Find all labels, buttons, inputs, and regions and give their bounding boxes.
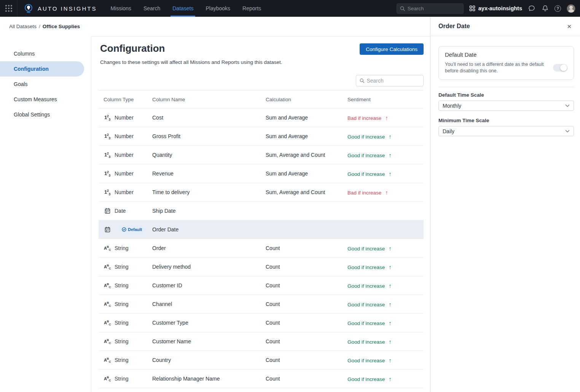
table-row[interactable]: ABCStringCustomer TypeCountGood if incre… (99, 314, 424, 332)
column-type-cell: Default (104, 226, 152, 233)
sentiment-value: Good if increase↑ (347, 245, 424, 252)
column-type-label: String (115, 301, 129, 307)
table-row[interactable]: ABCStringCustomer IDCountGood if increas… (99, 276, 424, 295)
column-type-cell: Date (104, 208, 152, 214)
nav-item-search[interactable]: Search (142, 0, 162, 17)
order-date-panel: Order Date ✕ Default Date You'll need to… (430, 17, 580, 392)
calculation-value: Sum and Average (266, 115, 347, 121)
column-type-cell: 123Number (104, 189, 152, 196)
arrow-up-icon: ↑ (385, 115, 388, 121)
sentiment-label: Good if increase (347, 134, 385, 140)
column-type-label: String (115, 376, 129, 382)
table-row[interactable]: ABCStringCountryCountGood if increase↑ (99, 351, 424, 370)
global-search-input[interactable] (408, 6, 460, 11)
default-time-scale-select[interactable]: Monthly (438, 100, 574, 111)
nav-item-reports[interactable]: Reports (241, 0, 263, 17)
sentiment-value: Good if increase↑ (347, 376, 424, 382)
close-icon[interactable]: ✕ (567, 24, 572, 29)
column-name: Revenue (152, 171, 266, 177)
table-search[interactable] (356, 75, 424, 86)
column-type-label: String (115, 357, 129, 363)
column-type-cell: ABCString (104, 245, 152, 252)
chevron-down-icon (565, 130, 570, 133)
sidebar-item-custom-measures[interactable]: Custom Measures (0, 92, 84, 107)
column-type-label: String (115, 320, 129, 326)
calculation-value: Sum and Average (266, 171, 347, 177)
notifications-bell-icon[interactable] (541, 5, 549, 12)
sentiment-value: Good if increase↑ (347, 264, 424, 270)
sidebar-item-goals[interactable]: Goals (0, 76, 84, 92)
string-type-icon: ABC (104, 338, 111, 345)
minimum-time-scale-select[interactable]: Daily (438, 126, 574, 136)
table-search-input[interactable] (366, 78, 420, 84)
table-row[interactable]: ABCStringDelivery methodCountGood if inc… (99, 258, 424, 276)
sentiment-label: Good if increase (347, 283, 385, 289)
arrow-up-icon: ↑ (389, 376, 392, 382)
user-avatar[interactable] (567, 4, 575, 13)
column-type-label: String (115, 282, 129, 288)
column-name: Ship Date (152, 208, 266, 214)
table-row[interactable]: 123NumberTime to deliverySum, Average an… (99, 183, 424, 202)
column-name: Customer Type (152, 320, 266, 326)
table-row[interactable]: 123NumberQuantitySum, Average and CountG… (99, 146, 424, 164)
primary-nav: MissionsSearchDatasetsPlaybooksReports (104, 0, 267, 17)
sidebar-item-configuration[interactable]: Configuration (0, 61, 84, 76)
chevron-down-icon (565, 104, 570, 107)
column-type-cell: 123Number (104, 133, 152, 140)
sentiment-label: Good if increase (347, 265, 385, 270)
calculation-value: Count (266, 264, 347, 270)
top-navbar: AUTO INSIGHTS MissionsSearchDatasetsPlay… (0, 0, 580, 17)
number-type-icon: 123 (104, 170, 111, 177)
breadcrumb-all-datasets[interactable]: All Datasets (9, 24, 37, 29)
column-type-cell: ABCString (104, 320, 152, 326)
global-search[interactable] (397, 3, 464, 14)
workspace-switcher[interactable]: ayx-autoinsights (469, 5, 522, 11)
sentiment-label: Good if increase (347, 153, 385, 158)
table-row[interactable]: 123NumberGross ProfitSum and AverageGood… (99, 127, 424, 146)
default-date-title: Default Date (445, 51, 567, 58)
arrow-up-icon: ↑ (389, 264, 392, 270)
configure-calculations-button[interactable]: Configure Calculations (360, 43, 424, 55)
default-date-toggle[interactable] (553, 64, 567, 72)
chat-icon[interactable] (528, 5, 535, 12)
table-row[interactable]: DateShip Date (99, 202, 424, 220)
sidebar-item-global-settings[interactable]: Global Settings (0, 107, 84, 122)
nav-item-playbooks[interactable]: Playbooks (204, 0, 232, 17)
calculation-value: Sum and Average (266, 133, 347, 139)
nav-item-missions[interactable]: Missions (108, 0, 133, 17)
default-time-scale-value: Monthly (443, 103, 461, 109)
table-row[interactable]: DefaultOrder Date (99, 220, 424, 239)
table-row[interactable]: 123NumberRevenueSum and AverageGood if i… (99, 164, 424, 183)
sentiment-label: Bad if increase (347, 115, 381, 121)
sentiment-value: Good if increase↑ (347, 282, 424, 289)
breadcrumb-separator: / (39, 24, 40, 29)
arrow-up-icon: ↑ (389, 338, 392, 345)
string-type-icon: ABC (104, 357, 111, 363)
nav-item-datasets[interactable]: Datasets (170, 0, 195, 17)
number-type-icon: 123 (104, 133, 111, 140)
table-row[interactable]: ABCStringRelationship Manager NameCountG… (99, 370, 424, 388)
arrow-up-icon: ↑ (385, 189, 388, 196)
minimum-time-scale-label: Minimum Time Scale (438, 118, 574, 123)
app-launcher-icon[interactable] (0, 0, 17, 17)
configuration-main: Configuration Configure Calculations Cha… (91, 36, 430, 392)
table-row[interactable]: 123NumberCostSum and AverageBad if incre… (99, 108, 424, 127)
string-type-icon: ABC (104, 301, 111, 308)
search-icon (360, 78, 364, 83)
sidebar-item-columns[interactable]: Columns (0, 46, 84, 61)
auto-insights-logo[interactable] (24, 3, 33, 13)
column-type-label: Number (115, 189, 134, 195)
panel-divider (438, 87, 574, 87)
sentiment-label: Bad if increase (347, 190, 381, 196)
table-row[interactable]: ABCStringOrderCountGood if increase↑ (99, 239, 424, 258)
sentiment-label: Good if increase (347, 246, 385, 252)
column-name: Time to delivery (152, 189, 266, 195)
help-icon[interactable]: ? (555, 5, 561, 12)
column-name: Channel (152, 301, 266, 307)
calculation-value: Count (266, 245, 347, 251)
sentiment-value: Bad if increase↑ (347, 115, 424, 121)
arrow-up-icon: ↑ (389, 357, 392, 363)
table-row[interactable]: ABCStringCustomer NameCountGood if incre… (99, 332, 424, 351)
table-row[interactable]: ABCStringChannelCountGood if increase↑ (99, 295, 424, 314)
sentiment-value: Good if increase↑ (347, 338, 424, 345)
